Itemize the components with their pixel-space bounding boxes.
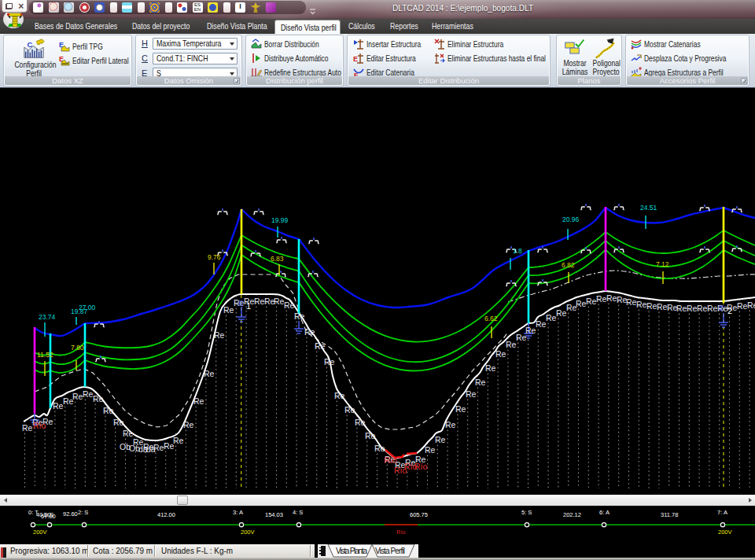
- svg-text:Re: Re: [596, 294, 607, 304]
- svg-text:57.00: 57.00: [41, 513, 56, 520]
- svg-text:Río: Río: [384, 455, 397, 465]
- svg-text:Re: Re: [445, 420, 456, 429]
- svg-text:24.51: 24.51: [640, 204, 657, 212]
- svg-text:412.00: 412.00: [157, 511, 175, 518]
- svg-text:Re: Re: [324, 357, 335, 367]
- svg-text:Re: Re: [455, 404, 466, 414]
- svg-text:7: A: 7: A: [717, 509, 727, 516]
- svg-text:Vista Planta: Vista Planta: [336, 547, 367, 555]
- svg-text:Re: Re: [556, 308, 567, 318]
- svg-text:Re: Re: [626, 297, 637, 307]
- svg-text:Re: Re: [475, 378, 486, 387]
- svg-text:Re: Re: [83, 389, 94, 399]
- svg-text:Re: Re: [466, 389, 477, 399]
- svg-text:Re: Re: [485, 363, 496, 373]
- svg-text:Río: Río: [396, 529, 406, 536]
- svg-text:Re: Re: [294, 311, 305, 321]
- svg-text:Río: Río: [33, 421, 46, 430]
- svg-text:Re: Re: [576, 299, 587, 308]
- svg-text:Re: Re: [525, 326, 536, 335]
- svg-text:Re: Re: [22, 423, 33, 433]
- svg-text:20.96: 20.96: [562, 216, 580, 223]
- svg-text:6: A: 6: A: [599, 509, 610, 516]
- svg-text:Re: Re: [334, 391, 345, 400]
- svg-text:605.75: 605.75: [410, 511, 428, 518]
- svg-text:Re: Re: [274, 297, 285, 306]
- svg-text:3: A: 3: A: [233, 509, 243, 516]
- svg-text:Re: Re: [687, 304, 698, 313]
- svg-text:6.83: 6.83: [271, 255, 284, 263]
- svg-text:Re: Re: [193, 396, 204, 406]
- svg-text:Re: Re: [183, 420, 194, 429]
- svg-text:Re: Re: [53, 401, 64, 411]
- svg-text:1.8: 1.8: [513, 247, 522, 255]
- svg-text:7.12: 7.12: [656, 260, 669, 268]
- svg-text:Re: Re: [355, 418, 366, 427]
- svg-text:6.82: 6.82: [562, 261, 575, 269]
- svg-text:11.52: 11.52: [37, 351, 53, 359]
- svg-text:E: E: [353, 55, 358, 63]
- svg-text:311.78: 311.78: [661, 511, 678, 518]
- svg-text:Re: Re: [536, 319, 547, 329]
- svg-text:Re: Re: [284, 300, 295, 310]
- svg-text:Re: Re: [506, 340, 517, 349]
- svg-text:Re: Re: [636, 300, 647, 309]
- svg-text:Vista Perfil: Vista Perfil: [375, 547, 405, 555]
- svg-text:Re: Re: [204, 369, 215, 378]
- svg-text:7.80: 7.80: [71, 344, 84, 352]
- svg-text:da: da: [146, 444, 156, 454]
- svg-text:27.00: 27.00: [79, 304, 96, 311]
- svg-text:202.12: 202.12: [563, 511, 581, 518]
- svg-text:Re: Re: [113, 418, 124, 427]
- svg-text:Re: Re: [123, 429, 134, 438]
- svg-text:Re: Re: [223, 305, 234, 315]
- svg-text:Re: Re: [93, 394, 104, 403]
- svg-text:Re: Re: [315, 341, 326, 351]
- svg-text:23.74: 23.74: [39, 313, 56, 321]
- svg-text:Re: Re: [657, 302, 668, 311]
- svg-text:Re: Re: [214, 330, 225, 340]
- svg-text:Re: Re: [707, 304, 718, 313]
- svg-text:1: 1: [246, 301, 251, 311]
- svg-text:Re: Re: [646, 301, 657, 311]
- svg-text:Re: Re: [606, 293, 617, 303]
- svg-text:Re: Re: [344, 405, 355, 414]
- svg-text:2: 2: [727, 306, 732, 315]
- svg-text:Re: Re: [676, 304, 687, 313]
- svg-text:Re: Re: [425, 445, 436, 455]
- svg-text:5: S: 5: S: [521, 509, 532, 516]
- svg-text:Re: Re: [546, 313, 557, 322]
- svg-text:154.03: 154.03: [265, 511, 283, 518]
- svg-text:Re: Re: [173, 436, 184, 445]
- svg-text:Re: Re: [103, 406, 114, 415]
- svg-text:Re: Re: [737, 301, 748, 311]
- svg-text:Re: Re: [697, 304, 708, 313]
- svg-text:Re: Re: [254, 297, 265, 306]
- svg-text:Re: Re: [495, 349, 506, 359]
- svg-text:Re: Re: [374, 444, 385, 453]
- svg-text:2: S: 2: S: [78, 509, 88, 516]
- svg-text:6.62: 6.62: [484, 315, 498, 322]
- svg-text:Río: Río: [414, 462, 428, 471]
- svg-text:92.60: 92.60: [63, 510, 78, 518]
- svg-text:19.99: 19.99: [271, 216, 289, 224]
- svg-text:Re: Re: [435, 435, 446, 444]
- svg-text:4: S: 4: S: [293, 509, 303, 516]
- svg-text:Re: Re: [365, 431, 376, 440]
- svg-text:Re: Re: [586, 297, 597, 306]
- svg-text:Re: Re: [304, 327, 315, 337]
- svg-text:200V: 200V: [718, 529, 732, 536]
- svg-text:Re: Re: [747, 300, 755, 310]
- svg-text:9.76: 9.76: [208, 253, 221, 261]
- svg-text:200V: 200V: [33, 529, 47, 536]
- svg-text:Re: Re: [72, 392, 83, 401]
- svg-text:200V: 200V: [241, 529, 255, 536]
